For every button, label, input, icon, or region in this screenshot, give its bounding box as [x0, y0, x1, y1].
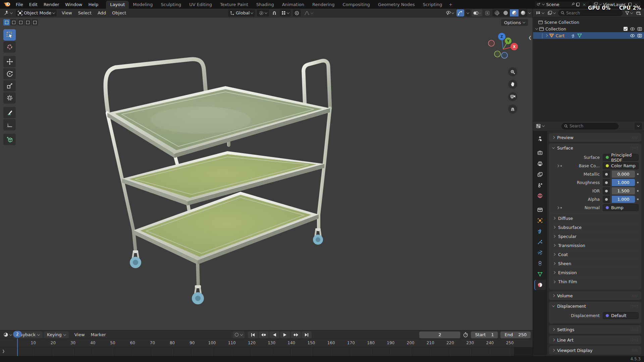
- editor-type-button[interactable]: [2, 9, 14, 16]
- tool-transform[interactable]: [3, 92, 16, 104]
- new-scene-icon[interactable]: [576, 3, 580, 6]
- panel-volume[interactable]: Volume::::: [549, 291, 641, 300]
- workspace-tab-rendering[interactable]: Rendering: [308, 1, 338, 9]
- frame-end-field[interactable]: End250: [500, 331, 531, 338]
- chevron-right-icon[interactable]: [556, 206, 559, 209]
- keying-menu[interactable]: Keying: [44, 331, 69, 338]
- workspace-tab-uv-editing[interactable]: UV Editing: [185, 1, 216, 9]
- play-button[interactable]: [280, 331, 290, 338]
- gizmos-toggle[interactable]: [457, 9, 464, 16]
- viewport-menu-select[interactable]: Select: [75, 9, 95, 16]
- collection-checkbox[interactable]: [624, 27, 628, 31]
- displacement-node-button[interactable]: Default: [603, 312, 639, 319]
- current-frame-field[interactable]: 2: [419, 331, 460, 338]
- roughness-slider[interactable]: 1.000: [612, 179, 635, 186]
- panel-line-art[interactable]: Line Art::::: [549, 336, 641, 344]
- timeline-channels[interactable]: ❯: [0, 347, 533, 356]
- viewport-3d[interactable]: Options: [0, 18, 533, 330]
- animate-dot-icon[interactable]: [637, 173, 639, 175]
- outliner-filter-image-dropdown[interactable]: [547, 9, 556, 16]
- playhead-line[interactable]: [17, 339, 18, 356]
- subpanel-transmission[interactable]: Transmission: [552, 241, 639, 250]
- axis-neg-y[interactable]: [494, 51, 500, 57]
- metallic-slider[interactable]: 0.000: [612, 171, 635, 178]
- play-reverse-button[interactable]: [269, 331, 279, 338]
- tool-select-box[interactable]: [3, 29, 16, 41]
- select-mode-intersect-button[interactable]: [32, 19, 38, 25]
- topbar-menu-file[interactable]: File: [13, 1, 26, 8]
- tab-world[interactable]: [534, 191, 546, 201]
- solid-shading-button[interactable]: [501, 9, 510, 16]
- pan-button[interactable]: [508, 80, 517, 89]
- metallic-socket-button[interactable]: [603, 171, 610, 178]
- unlink-scene-button[interactable]: ×: [581, 2, 587, 7]
- topbar-menu-help[interactable]: Help: [86, 1, 102, 8]
- overlays-toggle[interactable]: [472, 9, 482, 16]
- subpanel-subsurface[interactable]: Subsurface: [552, 223, 639, 232]
- timeline-ruler[interactable]: 1020304050607080901001101201301401501601…: [0, 339, 533, 347]
- outliner-row-cart[interactable]: │ Cart: [533, 32, 644, 39]
- panel-preview[interactable]: Preview::::: [549, 133, 641, 142]
- axis-neg-z[interactable]: [501, 52, 507, 58]
- jump-to-start-button[interactable]: [248, 331, 258, 338]
- rendered-shading-button[interactable]: [519, 9, 527, 16]
- snap-settings-dropdown[interactable]: [280, 9, 291, 16]
- tab-object-data[interactable]: [534, 269, 546, 279]
- material-preview-button[interactable]: [510, 9, 519, 16]
- outliner-search-input[interactable]: [566, 11, 620, 15]
- normal-node-button[interactable]: Bump: [603, 204, 639, 211]
- workspace-tab-geometry-nodes[interactable]: Geometry Nodes: [374, 1, 419, 9]
- shading-dropdown-icon[interactable]: [528, 11, 531, 14]
- camera-render-icon[interactable]: [637, 27, 642, 31]
- subpanel-specular[interactable]: Specular: [552, 232, 639, 241]
- transform-orientation-dropdown[interactable]: Global: [228, 9, 255, 16]
- scene-name[interactable]: Scene: [546, 2, 570, 7]
- tool-move[interactable]: [3, 56, 16, 67]
- workspace-tab-scripting[interactable]: Scripting: [419, 1, 446, 9]
- topbar-menu-edit[interactable]: Edit: [26, 1, 41, 8]
- select-mode-extend-button[interactable]: [10, 19, 17, 25]
- workspace-tab-layout[interactable]: Layout: [106, 1, 129, 9]
- subpanel-emission[interactable]: Emission: [552, 268, 639, 277]
- chevron-right-icon[interactable]: [556, 164, 559, 167]
- proportional-falloff-dropdown[interactable]: [303, 9, 314, 16]
- animate-dot-icon[interactable]: [637, 198, 639, 200]
- cart-expand-icon[interactable]: [545, 34, 547, 37]
- tab-output[interactable]: [534, 159, 546, 169]
- sidebar-toggle-icon[interactable]: ❮: [528, 35, 532, 40]
- collection-expanded-icon[interactable]: [535, 27, 538, 29]
- animate-dot-icon[interactable]: [637, 190, 639, 192]
- select-mode-new-button[interactable]: [3, 19, 10, 25]
- subpanel-diffuse[interactable]: Diffuse: [552, 214, 639, 223]
- surface-shader-button[interactable]: Principled BSDF: [603, 154, 639, 161]
- tab-constraints[interactable]: [534, 258, 546, 268]
- animate-dot-icon[interactable]: [637, 182, 639, 183]
- tab-material[interactable]: [534, 280, 546, 290]
- select-mode-invert-button[interactable]: [24, 19, 31, 25]
- workspace-tab-animation[interactable]: Animation: [278, 1, 308, 9]
- outliner-row-scene-collection[interactable]: Scene Collection: [533, 19, 644, 25]
- tool-add-primitive[interactable]: [3, 134, 16, 145]
- workspace-tab-compositing[interactable]: Compositing: [338, 1, 374, 9]
- mode-selector[interactable]: Object Mode: [16, 9, 57, 16]
- playhead[interactable]: 2: [13, 331, 22, 338]
- panel-surface[interactable]: Surface:::: Surface Principled BSDF Base…: [549, 143, 641, 290]
- tool-measure[interactable]: [3, 119, 16, 130]
- roughness-socket-button[interactable]: [603, 179, 610, 186]
- properties-editor-type-button[interactable]: [535, 123, 545, 130]
- channels-expand-icon[interactable]: ❯: [2, 349, 5, 353]
- timeline-editor-type-button[interactable]: [2, 331, 13, 338]
- base-color-node-button[interactable]: Color Ramp: [603, 162, 639, 169]
- tab-object[interactable]: [534, 216, 546, 226]
- properties-search[interactable]: [561, 123, 619, 129]
- camera-render-icon[interactable]: [637, 34, 642, 38]
- select-mode-subtract-button[interactable]: [17, 19, 24, 25]
- frame-start-field[interactable]: Start1: [471, 331, 498, 338]
- next-keyframe-button[interactable]: [291, 331, 301, 338]
- tab-render[interactable]: [534, 148, 546, 158]
- tab-particles[interactable]: [534, 237, 546, 247]
- workspace-tab-shading[interactable]: Shading: [252, 1, 278, 9]
- tool-annotate[interactable]: [3, 107, 16, 118]
- outliner-display-mode-dropdown[interactable]: [535, 9, 545, 16]
- gizmos-dropdown[interactable]: [466, 9, 470, 16]
